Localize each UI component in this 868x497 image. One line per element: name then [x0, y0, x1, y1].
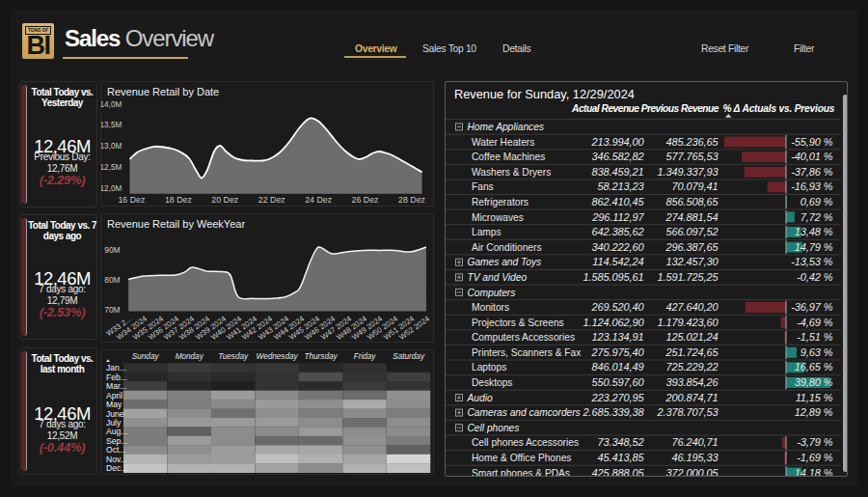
- svg-text:76.240,71: 76.240,71: [671, 436, 718, 448]
- svg-text:12,0M: 12,0M: [101, 184, 122, 193]
- svg-text:Home & Office Phones: Home & Office Phones: [472, 453, 571, 463]
- svg-text:393.854,26: 393.854,26: [665, 376, 719, 388]
- svg-text:856.508,65: 856.508,65: [665, 196, 719, 207]
- svg-text:Coffee Machines: Coffee Machines: [472, 152, 545, 162]
- svg-text:-3,79 %: -3,79 %: [797, 436, 833, 448]
- svg-text:13,48 %: 13,48 %: [795, 226, 833, 237]
- svg-text:16 Dez: 16 Dez: [118, 195, 145, 205]
- svg-text:725.229,22: 725.229,22: [665, 361, 718, 373]
- svg-text:12,5M: 12,5M: [101, 163, 122, 172]
- svg-text:24 Dez: 24 Dez: [305, 195, 332, 205]
- svg-text:Audio: Audio: [467, 393, 493, 403]
- svg-text:Revenue for Sunday, 12/29/2024: Revenue for Sunday, 12/29/2024: [454, 87, 635, 101]
- svg-text:340.222,60: 340.222,60: [591, 241, 644, 253]
- svg-text:213.994,00: 213.994,00: [590, 136, 644, 148]
- svg-text:Friday: Friday: [354, 352, 377, 361]
- svg-text:Microwaves: Microwaves: [472, 212, 524, 223]
- svg-text:Computers Accessories: Computers Accessories: [472, 332, 575, 343]
- svg-text:550.597,60: 550.597,60: [591, 376, 644, 388]
- svg-text:28 Dez: 28 Dez: [398, 195, 425, 205]
- svg-text:Air Conditioners: Air Conditioners: [472, 242, 541, 253]
- svg-text:846.014,49: 846.014,49: [591, 361, 643, 373]
- svg-text:Home Appliances: Home Appliances: [468, 122, 544, 132]
- svg-text:425.888,05: 425.888,05: [591, 467, 644, 476]
- svg-text:70.079,41: 70.079,41: [671, 180, 718, 192]
- svg-text:Monday: Monday: [176, 352, 204, 361]
- svg-text:Feb...: Feb...: [106, 373, 127, 382]
- svg-text:Refrigerators: Refrigerators: [472, 197, 529, 207]
- svg-text:Cell phones Accessories: Cell phones Accessories: [472, 437, 579, 448]
- svg-text:12,89 %: 12,89 %: [795, 406, 833, 418]
- svg-text:1.585.095,61: 1.585.095,61: [583, 271, 643, 283]
- svg-text:577.765,53: 577.765,53: [665, 151, 719, 162]
- svg-text:114.542,24: 114.542,24: [592, 256, 643, 267]
- svg-text:Sunday: Sunday: [132, 352, 160, 361]
- svg-text:1.591.725,25: 1.591.725,25: [657, 271, 719, 283]
- svg-text:13,5M: 13,5M: [101, 121, 122, 129]
- svg-text:Monitors: Monitors: [472, 302, 509, 313]
- svg-text:132.457,30: 132.457,30: [665, 256, 719, 267]
- svg-text:Desktops: Desktops: [472, 377, 512, 388]
- svg-text:296.387,65: 296.387,65: [665, 241, 719, 253]
- svg-text:-1,51 %: -1,51 %: [797, 331, 833, 343]
- svg-text:Water Heaters: Water Heaters: [472, 137, 534, 148]
- svg-text:Cameras and camcorders: Cameras and camcorders: [468, 407, 581, 418]
- svg-text:Projectors & Screens: Projectors & Screens: [472, 318, 564, 328]
- svg-text:Thursday: Thursday: [305, 352, 339, 361]
- svg-text:862.410,45: 862.410,45: [591, 196, 644, 207]
- svg-text:251.724,65: 251.724,65: [665, 346, 719, 358]
- svg-text:123.134,91: 123.134,91: [591, 331, 643, 343]
- svg-text:39,80 %: 39,80 %: [795, 376, 833, 388]
- svg-text:-0,42 %: -0,42 %: [797, 271, 833, 283]
- svg-text:275.975,40: 275.975,40: [590, 346, 644, 358]
- svg-text:20 Dez: 20 Dez: [211, 195, 238, 205]
- svg-text:90M: 90M: [104, 245, 120, 255]
- svg-text:Games and Toys: Games and Toys: [468, 257, 542, 267]
- svg-text:13,0M: 13,0M: [101, 142, 122, 151]
- svg-text:58.213,23: 58.213,23: [597, 180, 644, 192]
- svg-text:Oct...: Oct...: [106, 445, 126, 455]
- svg-text:April: April: [106, 391, 122, 400]
- svg-text:Tuesday: Tuesday: [218, 352, 249, 361]
- svg-text:Previous Revenue: Previous Revenue: [641, 103, 719, 114]
- svg-text:73.348,52: 73.348,52: [597, 436, 643, 448]
- svg-text:14,0M: 14,0M: [101, 100, 122, 109]
- svg-text:427.640,20: 427.640,20: [665, 301, 719, 313]
- svg-text:Dec...: Dec...: [106, 463, 127, 473]
- svg-text:838.459,21: 838.459,21: [591, 166, 643, 178]
- svg-text:269.520,40: 269.520,40: [590, 301, 644, 313]
- svg-text:46.195,33: 46.195,33: [671, 452, 719, 463]
- svg-text:2.685.339,38: 2.685.339,38: [582, 406, 644, 418]
- svg-text:-16,93 %: -16,93 %: [791, 180, 833, 192]
- svg-text:Lamps: Lamps: [472, 227, 502, 237]
- svg-text:-55,90 %: -55,90 %: [791, 136, 833, 148]
- svg-text:485.236,65: 485.236,65: [665, 136, 719, 148]
- svg-text:274.881,54: 274.881,54: [665, 211, 718, 223]
- svg-text:14,79 %: 14,79 %: [795, 241, 833, 253]
- svg-text:May: May: [106, 400, 122, 409]
- svg-text:Computers: Computers: [468, 288, 516, 298]
- svg-text:296.112,97: 296.112,97: [591, 211, 644, 223]
- svg-text:2.378.707,53: 2.378.707,53: [656, 406, 719, 418]
- svg-text:Printers, Scanners & Fax: Printers, Scanners & Fax: [472, 347, 581, 358]
- svg-text:-4,69 %: -4,69 %: [797, 317, 833, 328]
- svg-text:Smart phones & PDAs: Smart phones & PDAs: [472, 468, 570, 476]
- svg-text:Fans: Fans: [472, 181, 494, 192]
- svg-text:Saturday: Saturday: [393, 352, 425, 361]
- svg-text:372.000,05: 372.000,05: [665, 467, 719, 476]
- svg-text:-36,97 %: -36,97 %: [791, 301, 833, 313]
- svg-text:566.097,52: 566.097,52: [665, 226, 718, 237]
- svg-text:9,63 %: 9,63 %: [800, 346, 833, 358]
- svg-text:11,15 %: 11,15 %: [796, 392, 833, 403]
- svg-text:Washers & Dryers: Washers & Dryers: [472, 167, 551, 178]
- svg-text:1.349.337,93: 1.349.337,93: [657, 166, 719, 178]
- svg-text:70M: 70M: [104, 305, 120, 315]
- svg-text:0,69 %: 0,69 %: [800, 196, 833, 207]
- svg-text:Laptops: Laptops: [472, 362, 506, 373]
- svg-text:223.270,95: 223.270,95: [590, 392, 644, 403]
- svg-text:45.413,85: 45.413,85: [597, 452, 644, 463]
- svg-text:14,18 %: 14,18 %: [795, 467, 833, 476]
- svg-text:80M: 80M: [104, 275, 120, 285]
- svg-text:200.874,71: 200.874,71: [665, 392, 718, 403]
- svg-text:1.124.062,90: 1.124.062,90: [583, 317, 644, 328]
